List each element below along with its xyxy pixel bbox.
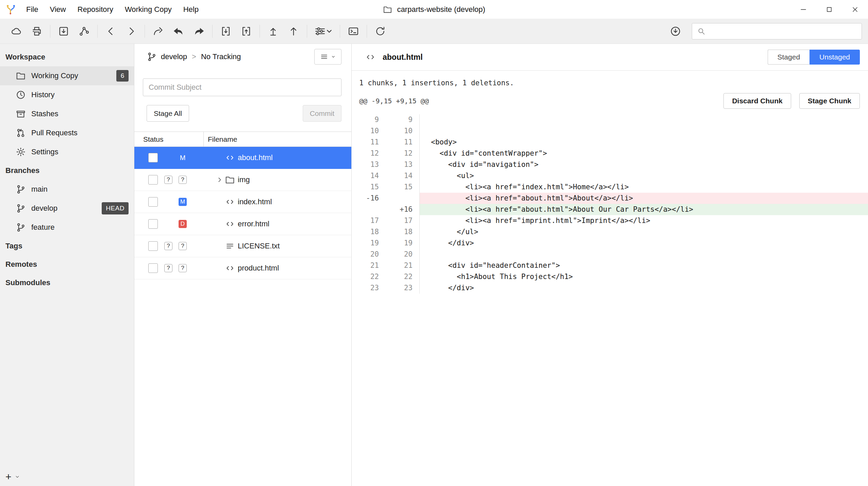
- old-line-number: 13: [352, 159, 385, 170]
- sidebar-item-pull-requests[interactable]: Pull Requests: [0, 123, 134, 142]
- cloud-button[interactable]: [6, 22, 27, 41]
- sidebar-item-working-copy[interactable]: Working Copy6: [0, 66, 134, 85]
- forward-filled-button[interactable]: [189, 22, 209, 41]
- stage-all-button[interactable]: Stage All: [147, 105, 189, 122]
- file-row-product-html[interactable]: ??product.html: [134, 257, 351, 279]
- terminal-button[interactable]: [343, 22, 364, 41]
- sidebar-item-label: Working Copy: [31, 71, 78, 80]
- stage-checkbox[interactable]: [148, 263, 158, 273]
- column-header-status: Status: [134, 132, 204, 146]
- code-file-icon: [365, 52, 376, 63]
- branch-icon: [16, 222, 26, 232]
- new-line-number: 17: [385, 215, 420, 226]
- file-row-error-html[interactable]: Derror.html: [134, 213, 351, 235]
- diff-line-text: <div id="contentWrapper">: [420, 148, 868, 159]
- commit-graph-button[interactable]: [74, 22, 94, 41]
- old-line-number: 17: [352, 215, 385, 226]
- menu-help[interactable]: Help: [178, 0, 204, 19]
- file-row-license-txt[interactable]: ??LICENSE.txt: [134, 235, 351, 257]
- reply-filled-icon: [173, 25, 184, 37]
- sidebar-item-main[interactable]: main: [0, 180, 134, 199]
- menu-file[interactable]: File: [20, 0, 44, 19]
- toolbar-separator: [340, 25, 340, 38]
- nav-forward-button[interactable]: [121, 22, 141, 41]
- tab-unstaged[interactable]: Unstaged: [809, 50, 860, 65]
- old-line-number: 14: [352, 170, 385, 181]
- commit-button[interactable]: Commit: [303, 105, 341, 122]
- diff-line-text: <li><a href="about.html">About</a></li>: [420, 193, 868, 204]
- stage-checkbox[interactable]: [148, 219, 158, 229]
- diff-line: 1111<body>: [352, 137, 868, 148]
- nav-back-button[interactable]: [101, 22, 121, 41]
- expand-spacer: [215, 220, 224, 228]
- printer-button[interactable]: [27, 22, 47, 41]
- expand-chevron-icon[interactable]: [215, 175, 224, 184]
- toolbar-separator: [97, 25, 98, 38]
- section-header-tags: Tags: [0, 237, 134, 255]
- share-curved-button[interactable]: [148, 22, 168, 41]
- menu-view[interactable]: View: [44, 0, 71, 19]
- toolbar-separator: [307, 25, 307, 38]
- branch-options-menu-button[interactable]: [314, 49, 341, 65]
- diff-line: -16 <li><a href="about.html">About</a></…: [352, 193, 868, 204]
- file-row-index-html[interactable]: Mindex.html: [134, 191, 351, 213]
- share-curved-icon: [152, 25, 164, 37]
- status-badge-modified: M: [179, 154, 187, 162]
- stash-save-button[interactable]: [216, 22, 236, 41]
- folder-icon: [383, 5, 392, 14]
- search-input[interactable]: [709, 27, 857, 35]
- expand-spacer: [215, 264, 224, 273]
- sidebar-item-stashes[interactable]: Stashes: [0, 104, 134, 123]
- diff-line-text: [420, 125, 868, 137]
- diff-line: 1212 <div id="contentWrapper">: [352, 148, 868, 159]
- file-name: product.html: [238, 264, 279, 273]
- fetch-download-button[interactable]: [665, 22, 686, 41]
- menu-working-copy[interactable]: Working Copy: [119, 0, 178, 19]
- commit-panel: develop > No Tracking Stage All Commit S…: [134, 44, 352, 486]
- minimize-button[interactable]: [790, 0, 816, 19]
- stage-chunk-button[interactable]: Stage Chunk: [799, 93, 860, 109]
- refresh-button[interactable]: [370, 22, 390, 41]
- maximize-button[interactable]: [816, 0, 842, 19]
- new-line-number: 18: [385, 226, 420, 238]
- stash-apply-button[interactable]: [236, 22, 256, 41]
- diff-line: 1717 <li><a href="imprint.html">Imprint<…: [352, 215, 868, 226]
- reply-filled-button[interactable]: [168, 22, 189, 41]
- discard-chunk-button[interactable]: Discard Chunk: [723, 93, 791, 109]
- titlebar: FileViewRepositoryWorking CopyHelp carpa…: [0, 0, 868, 19]
- push-button[interactable]: [283, 22, 304, 41]
- diff-line-text: [420, 114, 868, 125]
- old-line-number: 18: [352, 226, 385, 238]
- stage-checkbox[interactable]: [148, 153, 158, 162]
- clock-icon: [16, 90, 26, 100]
- main-area: WorkspaceWorking Copy6HistoryStashesPull…: [0, 44, 868, 486]
- old-line-number: [352, 204, 385, 215]
- sidebar-item-settings[interactable]: Settings: [0, 142, 134, 161]
- new-line-number: 11: [385, 137, 420, 148]
- file-row-about-html[interactable]: Mabout.html: [134, 147, 351, 169]
- status-badge-untracked: ?: [179, 242, 187, 250]
- old-line-number: 15: [352, 181, 385, 193]
- close-button[interactable]: [842, 0, 868, 19]
- menu-repository[interactable]: Repository: [72, 0, 119, 19]
- stage-checkbox[interactable]: [148, 175, 158, 185]
- stage-checkbox[interactable]: [148, 241, 158, 251]
- status-spacer: [164, 198, 172, 206]
- push-upstream-button[interactable]: [263, 22, 283, 41]
- tab-staged[interactable]: Staged: [768, 50, 810, 65]
- file-status: ??: [164, 242, 187, 250]
- add-repository-button[interactable]: +: [5, 471, 20, 483]
- sidebar-item-develop[interactable]: developHEAD: [0, 199, 134, 218]
- filter-menu-icon: [314, 25, 333, 37]
- search-box[interactable]: [692, 23, 862, 39]
- file-row-img[interactable]: ??img: [134, 169, 351, 191]
- diff-line-text: <li><a href="index.html">Home</a></li>: [420, 181, 868, 193]
- sidebar-item-history[interactable]: History: [0, 85, 134, 104]
- sidebar-item-feature[interactable]: feature: [0, 218, 134, 237]
- stage-checkbox[interactable]: [148, 197, 158, 207]
- filter-menu-button[interactable]: [310, 22, 337, 41]
- status-badge-untracked: ?: [179, 176, 187, 184]
- status-badge-untracked: ?: [164, 176, 172, 184]
- repo-import-button[interactable]: [53, 22, 74, 41]
- commit-subject-input[interactable]: [143, 79, 341, 96]
